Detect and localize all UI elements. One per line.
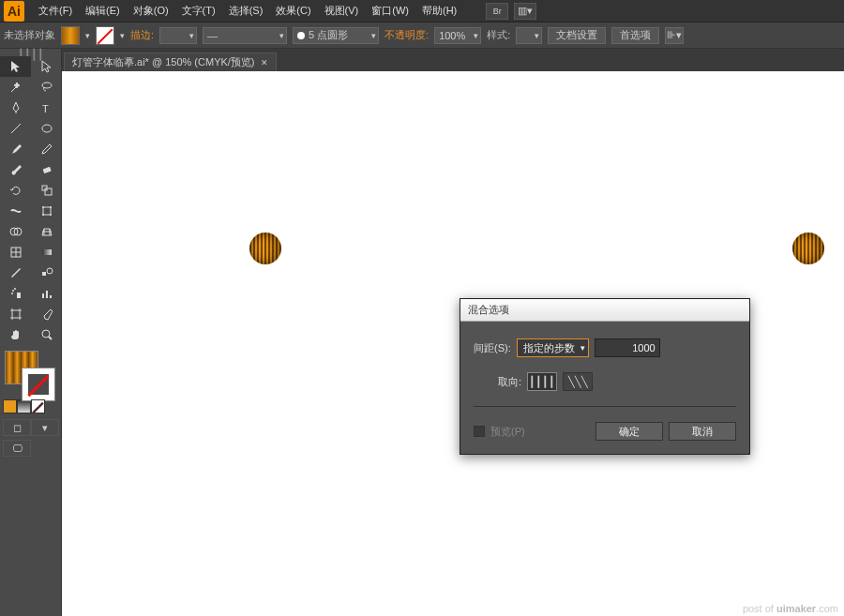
menu-help[interactable]: 帮助(H): [415, 4, 463, 18]
hand-tool[interactable]: [0, 324, 31, 345]
cancel-button[interactable]: 取消: [669, 422, 736, 441]
align-button[interactable]: ⊪▾: [665, 27, 684, 44]
menu-effect[interactable]: 效果(C): [269, 4, 317, 18]
opacity-dropdown[interactable]: 100%: [434, 27, 481, 44]
spacing-mode-dropdown[interactable]: 指定的步数: [517, 338, 589, 357]
spacing-label: 间距(S):: [474, 341, 511, 355]
screen-mode-row: ◻ ▾: [3, 419, 61, 436]
orient-path-icon: ╲╲╲: [568, 376, 588, 388]
gradient-tool[interactable]: [31, 242, 62, 263]
menu-window[interactable]: 窗口(W): [365, 4, 415, 18]
ellipse-tool[interactable]: [31, 118, 62, 139]
svg-rect-7: [43, 207, 51, 215]
svg-line-2: [11, 124, 21, 133]
pen-tool[interactable]: [0, 98, 31, 118]
svg-rect-16: [42, 272, 46, 276]
artboard-tool[interactable]: [0, 304, 31, 324]
svg-rect-25: [12, 310, 20, 318]
menu-file[interactable]: 文件(F): [32, 4, 79, 18]
menu-object[interactable]: 对象(O): [127, 4, 175, 18]
change-screen-mode[interactable]: 🖵: [3, 440, 31, 457]
style-dropdown[interactable]: [516, 27, 542, 44]
brush-dropdown[interactable]: 5 点圆形: [293, 27, 379, 44]
arrange-icon: ▥▾: [518, 5, 533, 17]
document-tab[interactable]: 灯管字体临摹.ai* @ 150% (CMYK/预览) ✕: [64, 53, 277, 71]
svg-point-11: [50, 214, 52, 216]
bridge-icon: Br: [493, 7, 502, 16]
lasso-tool[interactable]: [31, 77, 62, 98]
spacing-value-input[interactable]: 1000: [595, 338, 660, 357]
blend-options-dialog: 混合选项 间距(S): 指定的步数 1000 取向: ┃┃┃┃ ╲╲╲ 预览(P…: [460, 298, 750, 455]
preview-checkbox[interactable]: [474, 426, 485, 437]
orientation-label: 取向:: [498, 375, 521, 389]
artwork-circle-right[interactable]: [792, 233, 824, 264]
menu-select[interactable]: 选择(S): [222, 4, 270, 18]
blend-tool[interactable]: [31, 263, 62, 283]
type-tool[interactable]: T: [31, 98, 62, 118]
svg-point-21: [11, 293, 13, 294]
draw-mode[interactable]: ◻: [3, 419, 31, 436]
width-tool[interactable]: [0, 201, 31, 221]
blob-brush-tool[interactable]: [0, 159, 31, 180]
svg-rect-6: [45, 188, 52, 195]
close-icon[interactable]: ✕: [261, 58, 268, 68]
orient-page-button[interactable]: ┃┃┃┃: [527, 372, 557, 391]
menu-view[interactable]: 视图(V): [318, 4, 366, 18]
svg-point-20: [14, 288, 16, 290]
fill-swatch[interactable]: [61, 26, 80, 45]
eyedropper-tool[interactable]: [0, 263, 31, 283]
color-mode-row: [3, 399, 61, 413]
column-graph-tool[interactable]: [31, 283, 62, 304]
screen-mode[interactable]: ▾: [31, 419, 59, 436]
options-bar: 未选择对象 ▾ ▾ 描边: — 5 点圆形 不透明度: 100% 样式: 文档设…: [0, 23, 844, 49]
svg-rect-15: [42, 249, 52, 255]
menubar: Ai 文件(F) 编辑(E) 对象(O) 文字(T) 选择(S) 效果(C) 视…: [0, 0, 844, 23]
svg-point-19: [12, 290, 14, 292]
arrange-button[interactable]: ▥▾: [514, 3, 536, 20]
stroke-weight-dropdown[interactable]: [159, 27, 197, 44]
ok-button[interactable]: 确定: [595, 422, 663, 441]
orient-path-button[interactable]: ╲╲╲: [563, 372, 593, 391]
scale-tool[interactable]: [31, 180, 62, 201]
none-mode[interactable]: [31, 399, 45, 413]
opacity-label[interactable]: 不透明度:: [384, 28, 429, 42]
selection-tool[interactable]: [0, 56, 31, 77]
free-transform-tool[interactable]: [31, 201, 62, 221]
zoom-tool[interactable]: [31, 324, 62, 345]
stroke-swatch[interactable]: [96, 26, 114, 45]
line-tool[interactable]: [0, 118, 31, 139]
eraser-tool[interactable]: [31, 159, 62, 180]
stroke-label[interactable]: 描边:: [130, 28, 154, 42]
color-mode[interactable]: [3, 399, 17, 413]
stroke-profile-dropdown[interactable]: —: [203, 27, 287, 44]
menu-edit[interactable]: 编辑(E): [79, 4, 127, 18]
doc-setup-button[interactable]: 文档设置: [548, 27, 606, 44]
svg-text:T: T: [42, 103, 49, 114]
preferences-button[interactable]: 首选项: [611, 27, 659, 44]
preview-label: 预览(P): [490, 425, 525, 439]
bridge-button[interactable]: Br: [486, 3, 508, 20]
slice-tool[interactable]: [31, 304, 62, 324]
pencil-tool[interactable]: [31, 139, 62, 159]
dropdown-icon[interactable]: ▾: [120, 31, 125, 40]
rotate-tool[interactable]: [0, 180, 31, 201]
dropdown-icon[interactable]: ▾: [85, 31, 90, 40]
mesh-tool[interactable]: [0, 242, 31, 263]
svg-point-10: [42, 214, 44, 216]
artwork-circle-left[interactable]: [249, 233, 281, 264]
fill-stroke-control[interactable]: [3, 349, 59, 398]
svg-point-17: [47, 268, 53, 274]
magic-wand-tool[interactable]: [0, 77, 31, 98]
shape-builder-tool[interactable]: [0, 221, 31, 242]
svg-rect-23: [46, 291, 48, 298]
stroke-box[interactable]: [22, 368, 55, 401]
svg-rect-22: [42, 293, 44, 298]
menu-type[interactable]: 文字(T): [175, 4, 222, 18]
svg-line-27: [49, 337, 52, 339]
symbol-sprayer-tool[interactable]: [0, 283, 31, 304]
gradient-mode[interactable]: [17, 399, 31, 413]
tools-panel: ┃┃┃┃ T ◻: [0, 49, 62, 616]
paintbrush-tool[interactable]: [0, 139, 31, 159]
perspective-tool[interactable]: [31, 221, 62, 242]
direct-selection-tool[interactable]: [31, 56, 62, 77]
